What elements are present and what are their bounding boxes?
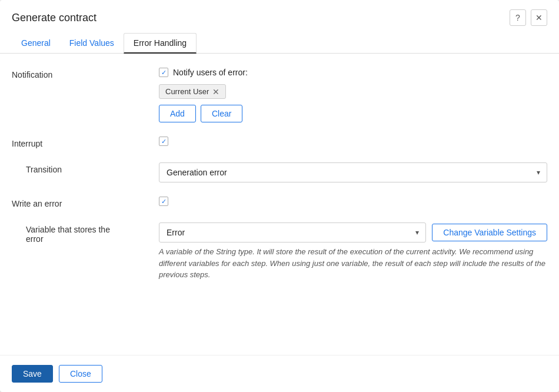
transition-select-wrapper: Generation error Error Default ▾ — [159, 162, 547, 182]
dialog-header: Generate contract ? ✕ — [0, 0, 559, 26]
interrupt-content — [159, 137, 547, 146]
close-button[interactable]: ✕ — [531, 9, 547, 26]
tag-remove-icon[interactable]: ✕ — [212, 88, 219, 96]
tag-input-area: Current User ✕ — [159, 84, 547, 99]
help-icon: ? — [515, 13, 520, 22]
variable-select[interactable]: Error Variable1 Variable2 — [159, 222, 426, 242]
tabs: General Field Values Error Handling — [0, 26, 559, 54]
variable-label: Variable that stores theerror — [12, 222, 159, 244]
transition-select[interactable]: Generation error Error Default — [159, 162, 547, 182]
variable-row: Variable that stores theerror Error Vari… — [12, 222, 547, 281]
close-icon: ✕ — [535, 13, 543, 22]
notification-row: Notification Notify users of error: Curr… — [12, 68, 547, 122]
dialog: Generate contract ? ✕ General Field Valu… — [0, 0, 559, 392]
tab-general[interactable]: General — [12, 33, 60, 54]
variable-content: Error Variable1 Variable2 ▾ Change Varia… — [159, 222, 547, 281]
write-error-checkbox[interactable] — [159, 197, 168, 206]
variable-hint: A variable of the String type. It will s… — [159, 246, 547, 281]
dialog-body: Notification Notify users of error: Curr… — [0, 54, 559, 355]
notify-row: Notify users of error: — [159, 68, 547, 77]
dialog-title: Generate contract — [12, 12, 97, 24]
change-variable-button[interactable]: Change Variable Settings — [432, 224, 547, 241]
notification-label: Notification — [12, 68, 159, 79]
notification-content: Notify users of error: Current User ✕ Ad… — [159, 68, 547, 122]
notification-buttons: Add Clear — [159, 105, 547, 122]
clear-button[interactable]: Clear — [201, 105, 242, 122]
variable-input-row: Error Variable1 Variable2 ▾ Change Varia… — [159, 222, 547, 242]
variable-label-text: Variable that stores theerror — [26, 225, 110, 244]
transition-content: Generation error Error Default ▾ — [159, 162, 547, 182]
dialog-footer: Save Close — [0, 355, 559, 392]
close-footer-button[interactable]: Close — [59, 365, 102, 383]
add-button[interactable]: Add — [159, 105, 196, 122]
save-button[interactable]: Save — [12, 365, 53, 383]
notify-label: Notify users of error: — [173, 68, 248, 77]
tag-label: Current User — [165, 87, 209, 96]
variable-select-wrapper: Error Variable1 Variable2 ▾ — [159, 222, 426, 242]
header-icons: ? ✕ — [510, 9, 547, 26]
interrupt-checkbox[interactable] — [159, 137, 168, 146]
current-user-tag: Current User ✕ — [159, 84, 226, 99]
transition-label: Transition — [12, 162, 159, 174]
transition-row: Transition Generation error Error Defaul… — [12, 162, 547, 182]
notification-checkbox[interactable] — [159, 68, 168, 77]
interrupt-row: Interrupt — [12, 137, 547, 148]
write-error-label: Write an error — [12, 197, 159, 208]
write-error-content — [159, 197, 547, 206]
tab-field-values[interactable]: Field Values — [60, 33, 124, 54]
write-error-row: Write an error — [12, 197, 547, 208]
help-button[interactable]: ? — [510, 9, 526, 26]
tab-error-handling[interactable]: Error Handling — [124, 33, 197, 54]
interrupt-label: Interrupt — [12, 137, 159, 148]
